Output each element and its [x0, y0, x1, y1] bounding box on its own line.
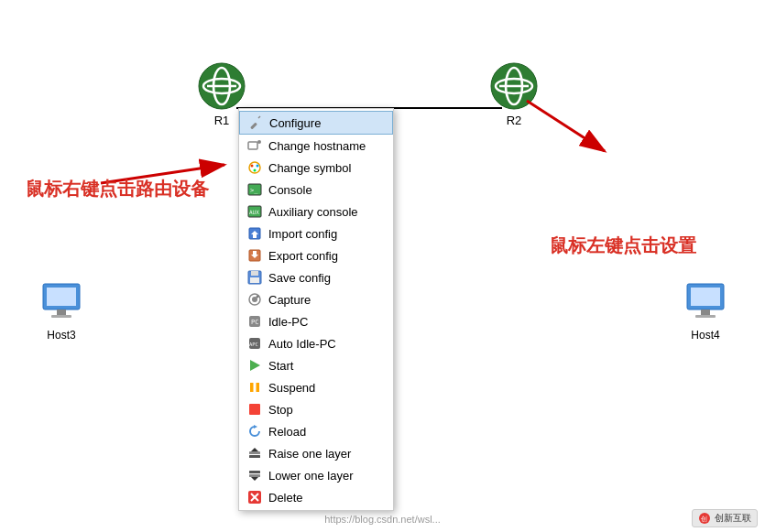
svg-text:>_: >_: [250, 187, 258, 194]
network-canvas: R1 R2 Host3 Host4: [0, 0, 765, 532]
menu-idle-pc-label: Idle-PC: [268, 315, 308, 329]
palette-icon: [246, 159, 263, 176]
svg-text:PC: PC: [251, 319, 258, 326]
svg-marker-55: [251, 477, 258, 481]
menu-reload-label: Reload: [268, 425, 306, 439]
menu-item-change-hostname[interactable]: Change hostname: [239, 135, 393, 157]
annotation-right: 鼠标左键点击设置: [550, 233, 696, 258]
menu-item-import-config[interactable]: Import config: [239, 223, 393, 244]
svg-text:AUX: AUX: [249, 209, 259, 215]
host4-label: Host4: [691, 329, 719, 342]
auto-idle-pc-icon: APC: [246, 335, 263, 352]
brand-logo-icon: 创: [698, 512, 711, 525]
menu-item-configure[interactable]: Configure: [239, 111, 393, 135]
router-r1-label: R1: [214, 114, 230, 127]
menu-item-lower-layer[interactable]: Lower one layer: [239, 464, 393, 486]
svg-rect-11: [51, 315, 71, 318]
svg-rect-10: [57, 309, 66, 315]
menu-capture-label: Capture: [268, 293, 311, 307]
menu-item-stop[interactable]: Stop: [239, 398, 393, 420]
menu-item-capture[interactable]: Capture: [239, 288, 393, 310]
menu-delete-label: Delete: [268, 491, 303, 505]
svg-point-40: [257, 296, 258, 298]
menu-change-symbol-label: Change symbol: [268, 161, 351, 175]
host4-icon: [683, 279, 728, 325]
svg-rect-21: [248, 142, 257, 149]
menu-configure-label: Configure: [269, 116, 321, 130]
svg-rect-15: [695, 315, 716, 318]
save-icon: [246, 269, 263, 286]
menu-auto-idle-pc-label: Auto Idle-PC: [268, 337, 336, 351]
svg-marker-52: [251, 448, 258, 451]
annotation-left: 鼠标右键点击路由设备: [26, 177, 209, 201]
console-icon: >_: [246, 181, 263, 198]
idle-pc-icon: PC: [246, 313, 263, 330]
svg-marker-49: [254, 425, 257, 429]
reload-icon: [246, 423, 263, 440]
menu-item-delete[interactable]: Delete: [239, 486, 393, 508]
svg-line-19: [527, 101, 605, 151]
host4[interactable]: Host4: [683, 279, 728, 342]
capture-icon: [246, 291, 263, 308]
lower-icon: [246, 467, 263, 483]
menu-console-label: Console: [268, 183, 312, 197]
host3[interactable]: Host3: [38, 279, 84, 342]
menu-change-hostname-label: Change hostname: [268, 139, 366, 153]
menu-save-config-label: Save config: [268, 271, 331, 285]
menu-import-config-label: Import config: [268, 227, 337, 241]
menu-item-auxiliary-console[interactable]: AUX Auxiliary console: [239, 201, 393, 223]
menu-item-raise-layer[interactable]: Raise one layer: [239, 442, 393, 464]
router-r1-icon: [198, 62, 246, 110]
import-icon: [246, 225, 263, 242]
menu-item-export-config[interactable]: Export config: [239, 244, 393, 266]
menu-item-save-config[interactable]: Save config: [239, 266, 393, 288]
host3-icon: [38, 279, 84, 325]
watermark-url: https://blog.csdn.net/wsl...: [324, 514, 441, 525]
svg-rect-48: [249, 404, 260, 415]
export-icon: [246, 247, 263, 264]
menu-item-auto-idle-pc[interactable]: APC Auto Idle-PC: [239, 332, 393, 354]
brand-label: 创新互联: [715, 512, 751, 525]
suspend-icon: [246, 379, 263, 396]
svg-rect-9: [47, 288, 76, 306]
host3-label: Host3: [47, 329, 75, 342]
delete-icon: [246, 489, 263, 505]
menu-item-start[interactable]: Start: [239, 354, 393, 376]
tag-icon: [246, 137, 263, 154]
svg-rect-37: [250, 277, 259, 283]
stop-icon: [246, 401, 263, 418]
start-icon: [246, 357, 263, 374]
svg-rect-50: [249, 455, 260, 458]
menu-export-config-label: Export config: [268, 249, 338, 263]
svg-rect-14: [701, 309, 710, 315]
svg-rect-36: [251, 271, 258, 276]
svg-point-22: [257, 140, 261, 144]
aux-console-icon: AUX: [246, 203, 263, 220]
svg-text:创: 创: [701, 516, 707, 522]
brand-logo: 创 创新互联: [692, 509, 758, 527]
menu-item-change-symbol[interactable]: Change symbol: [239, 157, 393, 179]
menu-item-reload[interactable]: Reload: [239, 420, 393, 442]
menu-item-idle-pc[interactable]: PC Idle-PC: [239, 310, 393, 332]
menu-stop-label: Stop: [268, 403, 293, 417]
svg-point-25: [257, 165, 259, 168]
svg-rect-51: [249, 451, 260, 454]
menu-item-console[interactable]: >_ Console: [239, 179, 393, 201]
svg-rect-47: [257, 383, 260, 392]
arrow-to-annotation-right: [518, 92, 628, 165]
svg-rect-46: [250, 383, 254, 392]
menu-suspend-label: Suspend: [268, 381, 315, 395]
svg-point-26: [254, 169, 257, 172]
menu-item-suspend[interactable]: Suspend: [239, 376, 393, 398]
svg-text:APC: APC: [249, 342, 258, 347]
svg-rect-54: [249, 474, 260, 477]
menu-raise-layer-label: Raise one layer: [268, 447, 351, 461]
svg-rect-20: [250, 123, 257, 130]
svg-rect-53: [249, 471, 260, 473]
svg-rect-13: [691, 288, 720, 306]
menu-start-label: Start: [268, 359, 293, 373]
wrench-icon: [247, 114, 264, 131]
raise-icon: [246, 445, 263, 461]
svg-point-24: [251, 165, 254, 168]
context-menu: Configure Change hostname: [238, 108, 394, 511]
